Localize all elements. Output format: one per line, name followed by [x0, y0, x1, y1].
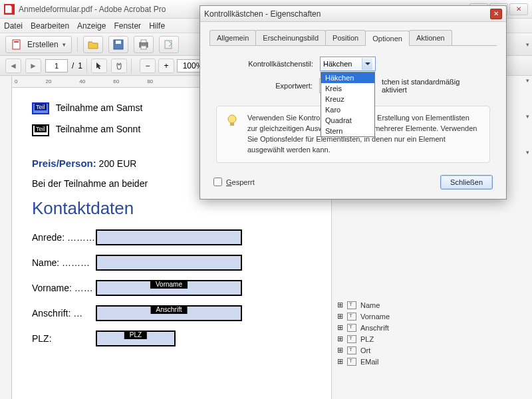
expand-icon[interactable]: ⊞ — [337, 312, 343, 321]
svg-rect-5 — [141, 40, 146, 43]
dropdown-caret-icon: ▾ — [63, 41, 66, 48]
menu-hilfe[interactable]: Hilfe — [149, 21, 165, 31]
page-total: 1 — [78, 61, 82, 70]
field-label-name: Name: ……… — [32, 257, 96, 268]
app-icon — [4, 4, 15, 15]
field-label-plz: PLZ: — [32, 333, 96, 344]
dialog-title: Kontrollkästchen - Eigenschaften — [204, 9, 321, 19]
form-field-plz[interactable]: PLZ — [96, 331, 176, 346]
dialog-title-bar[interactable]: Kontrollkästchen - Eigenschaften ✕ — [200, 6, 506, 22]
zoom-in-button[interactable]: + — [158, 59, 174, 73]
dialog-close-button[interactable]: ✕ — [490, 9, 502, 19]
print-icon — [138, 39, 150, 51]
field-label-anschrift: Anschrift: … — [32, 308, 96, 319]
svg-rect-9 — [230, 123, 234, 126]
form-field-name[interactable] — [96, 255, 242, 271]
locked-checkbox-input[interactable] — [213, 178, 222, 186]
menu-datei[interactable]: Datei — [4, 21, 23, 31]
save-button[interactable] — [108, 36, 128, 53]
panel-toggle[interactable]: ▾ — [525, 112, 531, 121]
tab-optionen[interactable]: Optionen — [365, 31, 410, 46]
create-button[interactable]: Erstellen ▾ — [5, 36, 72, 53]
field-tree-item[interactable]: ⊞Vorname — [334, 311, 529, 322]
checkbox-style-dropdown: Häkchen Kreis Kreuz Karo Quadrat Stern — [321, 72, 375, 137]
form-field-vorname[interactable]: Vorname — [96, 280, 242, 296]
style-option[interactable]: Häkchen — [321, 72, 374, 83]
checkbox-style-label: Kontrollkästchenstil: — [220, 60, 320, 68]
menu-anzeige[interactable]: Anzeige — [77, 21, 106, 31]
window-title: Anmeldeformular.pdf - Adobe Acrobat Pro — [19, 5, 166, 14]
create-button-label: Erstellen — [27, 40, 59, 49]
doc-text-samstag: Teilnahme am Samst — [56, 102, 143, 113]
form-field-anschrift[interactable]: Anschrift — [96, 305, 242, 321]
panel-toggle[interactable]: ▾ — [525, 76, 531, 85]
field-tree-item[interactable]: ⊞Ort — [334, 344, 529, 356]
tab-allgemein[interactable]: Allgemein — [209, 30, 256, 45]
textfield-icon — [347, 324, 356, 332]
expand-icon[interactable]: ⊞ — [337, 346, 343, 354]
print-button[interactable] — [134, 36, 154, 53]
expand-icon[interactable]: ⊞ — [337, 323, 343, 332]
tab-erscheinungsbild[interactable]: Erscheinungsbild — [255, 30, 326, 45]
share-button[interactable] — [159, 36, 179, 53]
menu-fenster[interactable]: Fenster — [114, 21, 141, 31]
expand-icon[interactable]: ⊞ — [337, 334, 343, 343]
style-option[interactable]: Quadrat — [321, 115, 374, 126]
textfield-icon — [347, 346, 356, 354]
page-sep: / — [72, 61, 74, 70]
zoom-out-button[interactable]: − — [140, 59, 156, 73]
tab-strip: Allgemein Erscheinungsbild Position Opti… — [209, 30, 497, 46]
page-number-input[interactable] — [45, 59, 68, 72]
style-option[interactable]: Kreis — [321, 83, 374, 94]
separator — [86, 59, 87, 73]
style-option[interactable]: Kreuz — [321, 94, 374, 104]
hand-tool-button[interactable] — [111, 59, 127, 73]
textfield-icon — [347, 313, 356, 321]
textfield-icon — [347, 301, 356, 309]
locked-label-rest: esperrt — [232, 178, 255, 186]
svg-rect-6 — [141, 46, 146, 49]
field-tree-item[interactable]: ⊞PLZ — [334, 333, 529, 344]
properties-dialog: Kontrollkästchen - Eigenschaften ✕ Allge… — [200, 5, 507, 200]
section-heading: Kontaktdaten — [32, 198, 325, 219]
next-page-button[interactable]: ► — [25, 59, 41, 73]
chevron-down-icon — [362, 58, 372, 70]
open-button[interactable] — [83, 36, 103, 53]
style-option[interactable]: Karo — [321, 104, 374, 115]
tab-position[interactable]: Position — [325, 30, 366, 45]
field-label-anrede: Anrede: ……… — [32, 232, 96, 243]
field-tree-item[interactable]: ⊞Anschrift — [334, 322, 529, 333]
style-option[interactable]: Stern — [321, 126, 374, 136]
save-icon — [112, 39, 124, 51]
separator — [131, 59, 132, 73]
textfield-icon — [347, 358, 356, 366]
menu-bearbeiten[interactable]: Bearbeiten — [31, 21, 69, 31]
checkbox-style-select[interactable]: Häkchen Häkchen Kreis Kreuz Karo Quadrat… — [320, 57, 376, 71]
panel-toggle[interactable]: ▾ — [525, 148, 531, 157]
export-value-label: Exportwert: — [220, 82, 319, 90]
pointer-tool-button[interactable] — [91, 59, 107, 73]
svg-rect-3 — [116, 41, 121, 44]
window-close-button[interactable]: ✕ — [509, 3, 528, 15]
checkbox-style-value: Häkchen — [323, 60, 352, 68]
checkbox-field-selected[interactable]: Teil — [32, 102, 49, 114]
panel-toggle[interactable]: ▾ — [525, 40, 531, 49]
field-tree-item[interactable]: ⊞Name — [334, 299, 529, 311]
checkbox-field[interactable]: Teil — [32, 124, 49, 136]
form-field-anrede[interactable] — [96, 229, 242, 245]
close-button[interactable]: Schließen — [440, 175, 493, 190]
expand-icon[interactable]: ⊞ — [337, 301, 343, 309]
lightbulb-icon — [225, 113, 239, 128]
folder-open-icon — [87, 39, 99, 51]
doc-text-sonntag: Teilnahme am Sonnt — [56, 124, 141, 134]
prev-page-button[interactable]: ◄ — [5, 59, 21, 73]
vertical-ruler — [0, 76, 12, 399]
tab-aktionen[interactable]: Aktionen — [409, 30, 452, 45]
create-pdf-icon — [11, 39, 23, 51]
expand-icon[interactable]: ⊞ — [337, 357, 343, 366]
field-tree-item[interactable]: ⊞EMail — [334, 356, 529, 367]
separator — [77, 37, 78, 52]
textfield-icon — [347, 335, 356, 343]
locked-checkbox[interactable]: Gesperrt — [213, 178, 255, 186]
default-checked-text: tchen ist standardmäßig aktiviert — [382, 78, 486, 94]
